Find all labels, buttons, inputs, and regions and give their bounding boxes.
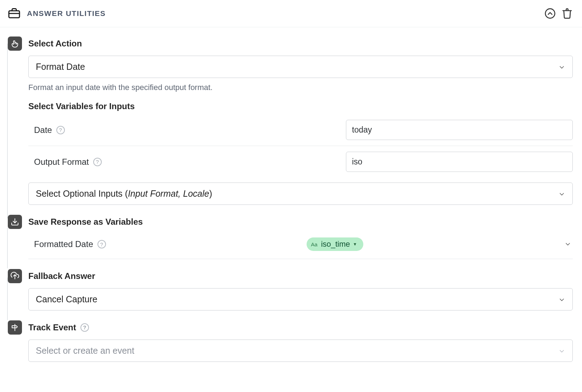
- header-actions: [544, 8, 573, 19]
- collapse-icon[interactable]: [544, 8, 556, 19]
- svg-point-1: [545, 9, 555, 18]
- toolbox-icon: [8, 7, 21, 20]
- track-event-placeholder: Select or create an event: [36, 346, 134, 356]
- block-select-action: Select Action Format Date Format an inpu…: [8, 37, 573, 205]
- text-type-indicator: Aa: [311, 241, 317, 247]
- help-icon[interactable]: ?: [80, 323, 89, 332]
- action-description: Format an input date with the specified …: [28, 83, 573, 92]
- optional-inputs-select[interactable]: Select Optional Inputs (Input Format, Lo…: [28, 183, 573, 205]
- inputs-heading: Select Variables for Inputs: [28, 101, 573, 111]
- trash-icon[interactable]: [561, 8, 573, 19]
- input-label: Output Format: [34, 157, 89, 167]
- input-label: Date: [34, 125, 52, 135]
- input-row-date: Date ?: [28, 114, 573, 146]
- content: Select Action Format Date Format an inpu…: [0, 27, 582, 371]
- dropdown-triangle-icon: ▼: [353, 242, 357, 247]
- variable-label: Formatted Date: [34, 239, 93, 249]
- cloud-upload-icon: [8, 269, 22, 283]
- header-left: ANSWER UTILITIES: [8, 7, 106, 20]
- header: ANSWER UTILITIES: [0, 0, 582, 27]
- fallback-select[interactable]: Cancel Capture: [28, 288, 573, 310]
- output-format-input[interactable]: [346, 152, 573, 172]
- signpost-icon: [8, 320, 22, 335]
- date-input[interactable]: [346, 120, 573, 140]
- chevron-down-icon: [558, 294, 565, 304]
- pointer-icon: [8, 37, 22, 51]
- download-icon: [8, 215, 22, 229]
- action-selected-value: Format Date: [36, 62, 85, 72]
- fallback-selected-value: Cancel Capture: [36, 294, 97, 304]
- input-row-output-format: Output Format ?: [28, 146, 573, 178]
- variable-row-formatted-date: Formatted Date ? Aa iso_time ▼: [28, 234, 573, 259]
- optional-inputs-label: Select Optional Inputs (Input Format, Lo…: [36, 189, 212, 199]
- chevron-down-icon[interactable]: [564, 241, 573, 248]
- block-track-event: Track Event ? Select or create an event: [8, 320, 573, 362]
- track-event-label: Track Event: [28, 320, 76, 335]
- svg-rect-0: [9, 11, 19, 18]
- variable-chip-iso-time[interactable]: Aa iso_time ▼: [307, 237, 363, 251]
- chevron-down-icon: [558, 62, 565, 72]
- save-variables-label: Save Response as Variables: [28, 215, 573, 229]
- action-select[interactable]: Format Date: [28, 56, 573, 78]
- select-action-label: Select Action: [28, 37, 573, 51]
- block-fallback-answer: Fallback Answer Cancel Capture: [8, 269, 573, 310]
- track-event-select[interactable]: Select or create an event: [28, 340, 573, 362]
- connector-line: [7, 278, 8, 320]
- fallback-answer-label: Fallback Answer: [28, 269, 573, 283]
- help-icon[interactable]: ?: [93, 158, 102, 166]
- inputs-list: Date ? Output Format ?: [28, 114, 573, 178]
- connector-line: [7, 228, 8, 268]
- page-title: ANSWER UTILITIES: [27, 9, 106, 18]
- connector-line: [7, 44, 8, 218]
- chevron-down-icon: [558, 346, 565, 356]
- chevron-down-icon: [558, 189, 565, 199]
- block-save-variables: Save Response as Variables Formatted Dat…: [8, 215, 573, 259]
- help-icon[interactable]: ?: [56, 126, 65, 134]
- variable-chip-label: iso_time: [321, 240, 350, 249]
- help-icon[interactable]: ?: [97, 240, 106, 248]
